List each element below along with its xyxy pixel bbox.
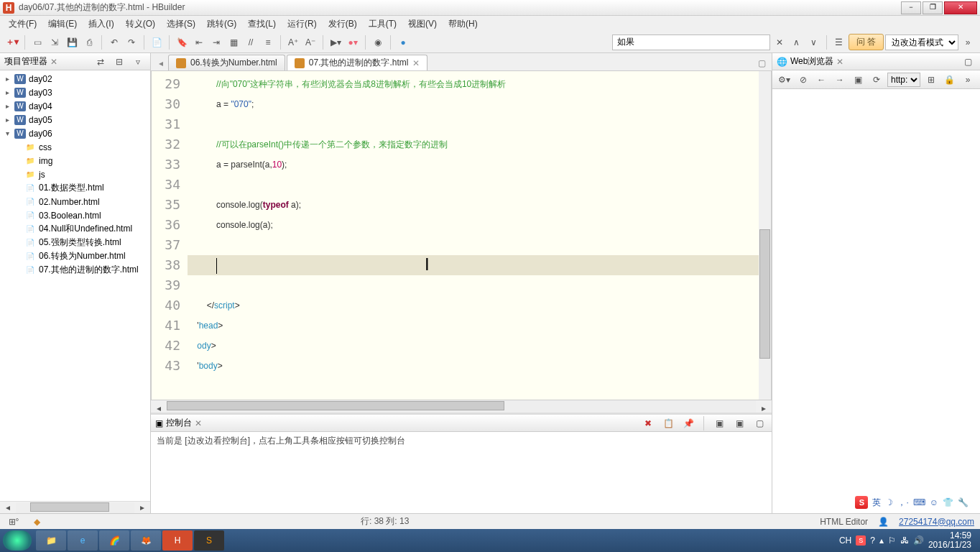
- menu-escape[interactable]: 转义(O): [120, 17, 161, 32]
- tray-date[interactable]: 2016/11/23: [928, 540, 971, 550]
- system-tray[interactable]: CH S ? ▴ ⚐ 🖧 🔊 14:59 2016/11/23: [839, 531, 977, 550]
- menu-edit[interactable]: 编辑(E): [42, 17, 83, 32]
- tree-item[interactable]: 📄06.转换为Number.html: [0, 249, 150, 263]
- task-ie[interactable]: e: [68, 530, 98, 551]
- menu-run[interactable]: 运行(R): [282, 17, 323, 32]
- ime-punct-icon[interactable]: ，·: [897, 497, 908, 509]
- tray-up-icon[interactable]: ▴: [879, 535, 884, 546]
- task-hbuilder[interactable]: H: [162, 530, 193, 551]
- browser-max-icon[interactable]: ▢: [960, 54, 976, 70]
- status-icon1[interactable]: ⊞°: [6, 514, 22, 530]
- menu-file[interactable]: 文件(F): [3, 17, 42, 32]
- browser-more-icon[interactable]: »: [960, 72, 976, 88]
- outdent-icon[interactable]: ⇤: [191, 34, 207, 50]
- ime-keyboard-icon[interactable]: ⌨: [913, 497, 925, 507]
- redo-icon[interactable]: ↷: [124, 34, 139, 50]
- tab-close-icon[interactable]: ✕: [412, 58, 420, 68]
- tray-ch[interactable]: CH: [839, 535, 851, 546]
- menu-view[interactable]: 视图(V): [402, 17, 443, 32]
- stop-icon[interactable]: ◉: [370, 34, 386, 50]
- browser-back-icon[interactable]: ←: [813, 72, 829, 88]
- console-opt1-icon[interactable]: ▣: [711, 415, 727, 431]
- tray-flag-icon[interactable]: ⚐: [888, 535, 896, 546]
- editor-hscroll[interactable]: ◂ ▸: [151, 400, 772, 413]
- tree-item[interactable]: ▸Wday03: [0, 86, 150, 99]
- new-button[interactable]: ＋▾: [4, 34, 20, 50]
- tree-item[interactable]: 📁img: [0, 154, 150, 167]
- tree-item[interactable]: ▸Wday02: [0, 72, 150, 86]
- tree-item[interactable]: 📄02.Number.html: [0, 195, 150, 208]
- browser-proto-select[interactable]: http:: [887, 73, 920, 87]
- browser-viewport[interactable]: [772, 89, 980, 513]
- arrow-icon[interactable]: »: [960, 34, 976, 50]
- browser-grid-icon[interactable]: ⊞: [923, 72, 939, 88]
- extra-icon[interactable]: ●: [395, 34, 411, 50]
- import-icon[interactable]: ⇲: [47, 34, 63, 50]
- browser-home-icon[interactable]: ▣: [851, 72, 866, 88]
- console-close-icon[interactable]: ✕: [195, 418, 202, 428]
- tree-item[interactable]: ▸Wday04: [0, 99, 150, 113]
- menu-insert[interactable]: 插入(I): [83, 17, 119, 32]
- ime-toolbar[interactable]: S 英 ☽ ，· ⌨ ☺ 👕 🔧: [852, 494, 971, 510]
- code-editor[interactable]: 293031323334353637383940414243 //向"070"这…: [151, 70, 772, 400]
- tree-item[interactable]: 📄05.强制类型转换.html: [0, 236, 150, 249]
- tree-item[interactable]: ▾Wday06: [0, 126, 150, 140]
- console-output[interactable]: 当前是 [边改边看控制台]，点右上角工具条相应按钮可切换控制台: [151, 432, 772, 513]
- maximize-icon[interactable]: ▢: [754, 56, 769, 70]
- save-all-icon[interactable]: ⎙: [81, 34, 97, 50]
- ime-moon-icon[interactable]: ☽: [885, 497, 893, 507]
- console-clear-icon[interactable]: ✖: [640, 415, 656, 431]
- qa-button[interactable]: 问 答: [849, 34, 884, 50]
- tree-item[interactable]: 📄03.Boolean.html: [0, 208, 150, 222]
- font-dec-icon[interactable]: A⁻: [302, 34, 318, 50]
- task-explorer[interactable]: 📁: [36, 530, 66, 551]
- sogou-icon[interactable]: S: [855, 496, 868, 509]
- format-icon[interactable]: ≡: [260, 34, 276, 50]
- tree-hscroll[interactable]: ◂ ▸: [0, 501, 150, 513]
- tab-prev-icon[interactable]: ◂: [154, 56, 168, 70]
- browser-lock-icon[interactable]: 🔒: [942, 72, 958, 88]
- code-area[interactable]: //向"070"这种字符串，有些浏览器会当成8进制解析，有些会当成10进制解析 …: [188, 71, 759, 400]
- block-icon[interactable]: ▦: [226, 34, 241, 50]
- doc-icon[interactable]: 📄: [149, 34, 165, 50]
- status-icon2[interactable]: ◆: [29, 514, 45, 530]
- list-icon[interactable]: ☰: [831, 34, 847, 50]
- indent-icon[interactable]: ⇥: [208, 34, 224, 50]
- run-chrome-icon[interactable]: ▶▾: [328, 34, 343, 50]
- browser-stop-icon[interactable]: ⊘: [795, 72, 811, 88]
- start-button[interactable]: [3, 530, 32, 551]
- browser-reload-icon[interactable]: ⟳: [869, 72, 884, 88]
- menu-goto[interactable]: 跳转(G): [201, 17, 242, 32]
- tray-help-icon[interactable]: ?: [870, 535, 875, 546]
- tree-item[interactable]: 📄07.其他的进制的数字.html: [0, 263, 150, 277]
- ime-skin-icon[interactable]: 👕: [943, 497, 953, 507]
- console-copy-icon[interactable]: 📋: [660, 415, 676, 431]
- search-clear-icon[interactable]: ✕: [772, 34, 787, 50]
- panel-close-icon[interactable]: ✕: [50, 57, 57, 67]
- comment-icon[interactable]: //: [243, 34, 259, 50]
- console-pin-icon[interactable]: 📌: [680, 415, 696, 431]
- tray-vol-icon[interactable]: 🔊: [913, 535, 924, 546]
- ime-tool-icon[interactable]: 🔧: [958, 497, 969, 507]
- close-button[interactable]: ✕: [944, 1, 977, 14]
- run-firefox-icon[interactable]: ●▾: [345, 34, 361, 50]
- tray-sogou-icon[interactable]: S: [856, 535, 866, 546]
- minimize-button[interactable]: －: [901, 1, 921, 14]
- mode-select[interactable]: 边改边看模式: [885, 34, 958, 50]
- browser-gear-icon[interactable]: ⚙▾: [777, 72, 792, 88]
- search-down-icon[interactable]: ∨: [806, 34, 822, 50]
- tree-item[interactable]: 📄04.Null和Undefined.html: [0, 222, 150, 236]
- menu-publish[interactable]: 发行(B): [323, 17, 363, 32]
- titlebar[interactable]: H day06/07.其他的进制的数字.html - HBuilder － ❐ …: [0, 0, 980, 16]
- tree-item[interactable]: 📁js: [0, 167, 150, 181]
- task-firefox[interactable]: 🦊: [131, 530, 161, 551]
- console-opt2-icon[interactable]: ▣: [731, 415, 747, 431]
- search-input[interactable]: [612, 34, 770, 50]
- browser-close-icon[interactable]: ✕: [836, 57, 843, 67]
- tab-active[interactable]: 07.其他的进制的数字.html ✕: [287, 55, 428, 70]
- menu-icon[interactable]: ▿: [130, 54, 146, 70]
- menu-select[interactable]: 选择(S): [161, 17, 201, 32]
- search-up-icon[interactable]: ∧: [789, 34, 805, 50]
- menu-find[interactable]: 查找(L): [242, 17, 282, 32]
- save-icon[interactable]: 💾: [64, 34, 80, 50]
